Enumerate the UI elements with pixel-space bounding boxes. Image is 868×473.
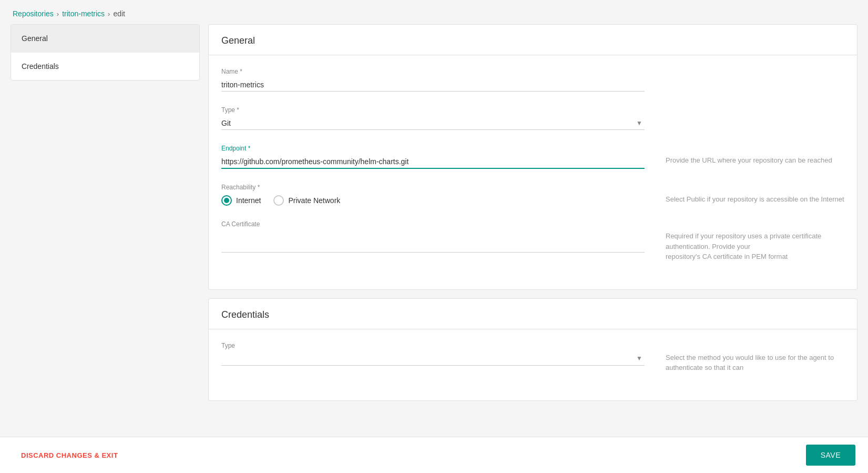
name-hint: [666, 68, 844, 78]
credentials-type-row: Type ▼ Select the method you would like …: [221, 342, 844, 373]
credentials-card: Credentials Type ▼: [208, 298, 857, 401]
name-label: Name: [221, 68, 645, 75]
sidebar: General Credentials: [11, 24, 200, 80]
type-hint: [666, 106, 844, 117]
credentials-type-field: Type ▼: [221, 342, 645, 366]
ca-certificate-hint: Required if your repository uses a priva…: [666, 220, 844, 262]
reachability-private-label[interactable]: Private Network: [273, 195, 340, 206]
type-label: Type: [221, 106, 645, 114]
credentials-type-hint: Select the method you would like to use …: [666, 342, 844, 373]
endpoint-input[interactable]: [221, 154, 645, 169]
breadcrumb: Repositories › triton-metrics › edit: [0, 0, 868, 24]
ca-hint-line2: repository's CA certificate in PEM forma…: [666, 253, 788, 260]
breadcrumb-repositories[interactable]: Repositories: [13, 9, 54, 18]
ca-certificate-label: CA Certificate: [221, 220, 645, 228]
save-button[interactable]: SAVE: [806, 445, 855, 466]
type-select[interactable]: Git Helm OCI: [221, 116, 645, 130]
sidebar-item-general[interactable]: General: [11, 25, 199, 53]
breadcrumb-triton-metrics[interactable]: triton-metrics: [62, 9, 105, 18]
credentials-type-select[interactable]: [221, 351, 645, 366]
bottom-bar: DISCARD CHANGES & EXIT SAVE: [0, 437, 868, 473]
discard-button[interactable]: DISCARD CHANGES & EXIT: [13, 446, 126, 465]
reachability-internet-label[interactable]: Internet: [221, 195, 261, 206]
endpoint-hint: Provide the URL where your repository ca…: [666, 145, 844, 166]
ca-certificate-input[interactable]: [221, 230, 645, 253]
content-area: General Name Type: [208, 24, 857, 409]
ca-certificate-row: CA Certificate Required if your reposito…: [221, 220, 844, 262]
reachability-internet-radio[interactable]: [221, 195, 232, 206]
breadcrumb-sep-1: ›: [57, 10, 59, 18]
type-field: Type Git Helm OCI ▼: [221, 106, 645, 130]
reachability-label: Reachability: [221, 184, 645, 191]
reachability-hint: Select Public if your repository is acce…: [666, 184, 844, 205]
name-row: Name: [221, 68, 844, 92]
type-row: Type Git Helm OCI ▼: [221, 106, 844, 130]
endpoint-field: Endpoint: [221, 145, 645, 169]
sidebar-item-credentials[interactable]: Credentials: [11, 53, 199, 80]
breadcrumb-edit: edit: [113, 9, 125, 18]
name-input[interactable]: [221, 77, 645, 92]
reachability-internet-text: Internet: [236, 196, 261, 205]
reachability-field: Reachability Internet Private Network: [221, 184, 645, 206]
general-card: General Name Type: [208, 24, 857, 290]
credentials-type-label: Type: [221, 342, 645, 349]
ca-certificate-field: CA Certificate: [221, 220, 645, 254]
reachability-radio-group: Internet Private Network: [221, 193, 645, 206]
credentials-card-title: Credentials: [209, 299, 857, 329]
general-card-title: General: [209, 25, 857, 55]
reachability-private-radio[interactable]: [273, 195, 284, 206]
reachability-private-text: Private Network: [288, 196, 340, 205]
name-field: Name: [221, 68, 645, 92]
breadcrumb-sep-2: ›: [108, 10, 110, 18]
reachability-row: Reachability Internet Private Network: [221, 184, 844, 206]
endpoint-label: Endpoint: [221, 145, 645, 152]
endpoint-row: Endpoint Provide the URL where your repo…: [221, 145, 844, 169]
ca-hint-line1: Required if your repository uses a priva…: [666, 232, 821, 250]
